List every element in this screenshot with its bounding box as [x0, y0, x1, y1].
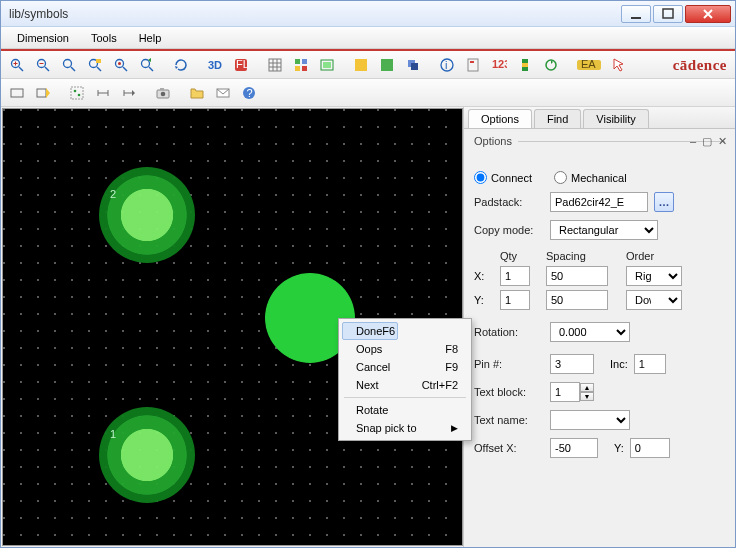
color-b-icon[interactable] — [375, 53, 399, 77]
panel-min-icon[interactable]: – — [690, 135, 696, 148]
offsety-input[interactable] — [630, 438, 670, 458]
svg-rect-25 — [295, 66, 300, 71]
svg-rect-28 — [323, 62, 331, 68]
minimize-button[interactable] — [621, 5, 651, 23]
shadow-icon[interactable] — [401, 53, 425, 77]
radio-mechanical[interactable]: Mechanical — [554, 171, 627, 184]
textblock-spin-up[interactable]: ▲ — [580, 383, 594, 392]
ctx-next[interactable]: NextCtrl+F2 — [342, 376, 468, 394]
close-button[interactable] — [685, 5, 731, 23]
info-icon[interactable]: i — [435, 53, 459, 77]
help-icon[interactable]: ? — [237, 81, 261, 105]
menu-help[interactable]: Help — [129, 30, 172, 46]
ctx-oops[interactable]: OopsF8 — [342, 340, 468, 358]
menu-tools[interactable]: Tools — [81, 30, 127, 46]
menu-dimension[interactable]: Dimension — [7, 30, 79, 46]
radio-connect-label: Connect — [491, 172, 532, 184]
panel-header: Options — [474, 135, 512, 147]
svg-point-47 — [78, 93, 81, 96]
svg-point-17 — [142, 59, 150, 67]
ctx-cancel[interactable]: CancelF9 — [342, 358, 468, 376]
svg-text:3D: 3D — [208, 59, 222, 71]
order-header: Order — [626, 250, 686, 262]
rect-assign-icon[interactable] — [31, 81, 55, 105]
zoom-previous-icon[interactable] — [135, 53, 159, 77]
cursor-icon[interactable] — [607, 53, 631, 77]
zoom-window-icon[interactable] — [83, 53, 107, 77]
offsetx-label: Offset X: — [474, 442, 544, 454]
svg-line-3 — [19, 67, 23, 71]
visibility-icon[interactable] — [315, 53, 339, 77]
flip-icon[interactable]: FLIP — [229, 53, 253, 77]
padstack-input[interactable] — [550, 192, 648, 212]
offsetx-input[interactable] — [550, 438, 598, 458]
zoom-fit-icon[interactable] — [57, 53, 81, 77]
3d-view-icon[interactable]: 3D — [203, 53, 227, 77]
mail-icon[interactable] — [211, 81, 235, 105]
y-order-select[interactable]: Down — [626, 290, 682, 310]
textname-label: Text name: — [474, 414, 544, 426]
svg-text:i: i — [445, 59, 447, 71]
ctx-done[interactable]: DoneF6 — [342, 322, 398, 340]
pin-input[interactable] — [550, 354, 594, 374]
offsety-label: Y: — [614, 442, 624, 454]
appmode-icon[interactable]: EA — [573, 53, 605, 77]
pad-instance-1[interactable] — [99, 407, 195, 503]
maximize-button[interactable] — [653, 5, 683, 23]
y-spacing-input[interactable] — [546, 290, 608, 310]
camera-icon[interactable] — [151, 81, 175, 105]
textname-select[interactable] — [550, 410, 630, 430]
svg-rect-26 — [302, 66, 307, 71]
svg-rect-23 — [295, 59, 300, 64]
svg-point-16 — [118, 62, 121, 65]
textblock-input[interactable] — [550, 382, 580, 402]
tab-options[interactable]: Options — [468, 109, 532, 128]
pin-label: Pin #: — [474, 358, 544, 370]
tab-visibility[interactable]: Visibility — [583, 109, 649, 128]
grid-icon[interactable] — [263, 53, 287, 77]
rect-tool-icon[interactable] — [5, 81, 29, 105]
x-spacing-input[interactable] — [546, 266, 608, 286]
layers-icon[interactable] — [289, 53, 313, 77]
brand-logo: cādence — [673, 57, 727, 74]
color-a-icon[interactable] — [349, 53, 373, 77]
zoom-center-icon[interactable] — [109, 53, 133, 77]
svg-text:FLIP: FLIP — [236, 58, 249, 70]
radio-connect[interactable]: Connect — [474, 171, 532, 184]
pad-instance-2[interactable] — [99, 167, 195, 263]
radio-mechanical-label: Mechanical — [571, 172, 627, 184]
svg-rect-39 — [522, 63, 528, 67]
folder-icon[interactable] — [185, 81, 209, 105]
rotation-select[interactable]: 0.000 — [550, 322, 630, 342]
svg-line-12 — [97, 67, 101, 71]
ctx-rotate[interactable]: Rotate — [342, 401, 468, 419]
inc-input[interactable] — [634, 354, 666, 374]
dim-point-icon[interactable] — [117, 81, 141, 105]
copymode-label: Copy mode: — [474, 224, 544, 236]
redraw-icon[interactable] — [169, 53, 193, 77]
copymode-select[interactable]: Rectangular — [550, 220, 658, 240]
svg-rect-13 — [96, 59, 101, 63]
svg-rect-43 — [11, 89, 23, 97]
x-qty-input[interactable] — [500, 266, 530, 286]
tab-find[interactable]: Find — [534, 109, 581, 128]
refresh-db-icon[interactable] — [539, 53, 563, 77]
svg-rect-29 — [355, 59, 367, 71]
zoom-in-icon[interactable] — [5, 53, 29, 77]
dim-horizontal-icon[interactable] — [91, 81, 115, 105]
select-pins-icon[interactable] — [65, 81, 89, 105]
y-qty-input[interactable] — [500, 290, 530, 310]
constraints-icon[interactable]: 123 — [487, 53, 511, 77]
svg-text:?: ? — [247, 87, 253, 99]
report-icon[interactable] — [461, 53, 485, 77]
zoom-out-icon[interactable] — [31, 53, 55, 77]
panel-float-icon[interactable]: ▢ — [702, 135, 712, 148]
svg-rect-22 — [269, 59, 281, 71]
padstack-browse-button[interactable]: … — [654, 192, 674, 212]
textblock-spin-down[interactable]: ▼ — [580, 392, 594, 401]
panel-close-icon[interactable]: ✕ — [718, 135, 727, 148]
svg-line-10 — [71, 67, 75, 71]
ctx-snap-pick-to[interactable]: Snap pick to▶ — [342, 419, 468, 437]
x-order-select[interactable]: Right — [626, 266, 682, 286]
xsection-icon[interactable] — [513, 53, 537, 77]
